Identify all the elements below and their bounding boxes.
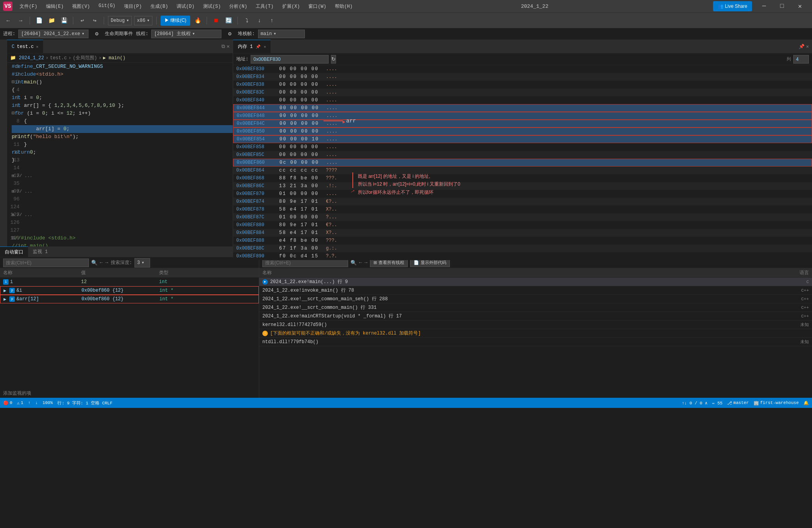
undo-button[interactable]: ↩: [77, 16, 87, 26]
split-editor-icon[interactable]: ⧉: [221, 44, 225, 50]
watch-nav-prev[interactable]: ←: [100, 260, 103, 266]
annotation-text: 既是 arr[12] 的地址，又是 i 的地址, 所以当 i=12 时，arr[…: [358, 172, 460, 196]
cs-row-7[interactable]: ntdll.dll!779fb74b() 未知: [259, 338, 812, 346]
watch-search-icon[interactable]: 🔍: [91, 260, 97, 266]
cs-row-5[interactable]: kernel32.dll!77427d59() 未知: [259, 321, 812, 329]
debug-config-dropdown[interactable]: Debug ▾: [108, 16, 132, 25]
refresh-button[interactable]: ↻: [331, 55, 336, 64]
cs-row-4[interactable]: 2024_1_22.exe!mainCRTStartup(void * _for…: [259, 312, 812, 321]
cs-row-6[interactable]: ! [下面的框架可能不正确和/或缺失，没有为 kernel32.dll 加载符号…: [259, 329, 812, 338]
hot-reload-button[interactable]: 🔥: [193, 16, 203, 26]
memory-tab-1[interactable]: 内存 1 📌 ✕: [233, 40, 271, 53]
main-toolbar: ← → 📄 📁 💾 ↩ ↪ Debug ▾ x86 ▾ ▶ 继续(C) 🔥 ⏹ …: [0, 12, 812, 28]
menu-project[interactable]: 项目(P): [120, 2, 146, 11]
menu-analyze[interactable]: 分析(N): [225, 2, 251, 11]
watch-toolbar: 🔍 ← → 搜索深度: 3 ▾: [0, 257, 259, 268]
process-dropdown[interactable]: [26404] 2024_1_22.exe ▾: [18, 30, 88, 38]
watch-val-i: 12: [81, 279, 159, 285]
editor-content[interactable]: 12345 678910 1112131415 359596 124125126…: [7, 63, 233, 246]
col-input[interactable]: [793, 55, 809, 64]
memory-row-arr-3: 0x00BEF84C 00 00 00 00 ....: [233, 120, 812, 128]
thread-dropdown[interactable]: [28064] 主线程 ▾: [151, 30, 221, 38]
watch1-tab[interactable]: 监视 1: [28, 246, 52, 257]
menu-file[interactable]: 文件(F): [16, 2, 41, 11]
close-tab-icon[interactable]: ✕: [36, 44, 38, 49]
watch-row-amp-i[interactable]: ▶ p &i 0x00bef860 {12} int *: [0, 286, 259, 295]
cs-lang-2: C++: [778, 297, 809, 301]
watch-search-input[interactable]: [3, 259, 89, 267]
watch-nav-next[interactable]: →: [105, 260, 108, 266]
status-up-arrow[interactable]: ↑: [28, 400, 31, 405]
memory-close-icon[interactable]: ✕: [806, 44, 809, 50]
callstack-nav-prev[interactable]: ←: [359, 260, 362, 266]
menu-view[interactable]: 视图(V): [68, 2, 94, 11]
lifecycle-button[interactable]: ⚙: [92, 29, 102, 39]
continue-button[interactable]: ▶ 继续(C): [161, 16, 190, 26]
watch-row-amp-arr12[interactable]: ▶ p &arr[12] 0x00bef860 {12} int *: [0, 295, 259, 303]
watch-tab-bar: 自动窗口 监视 1: [0, 246, 259, 257]
editor-tab-test-c[interactable]: C test.c ✕: [7, 40, 43, 53]
window-controls[interactable]: ─ □ ✕: [755, 0, 809, 12]
menu-bar[interactable]: 文件(F) 编辑(E) 视图(V) Git(G) 项目(P) 生成(B) 调试(…: [16, 2, 357, 11]
cs-name-0: 2024_1_22.exe!main(...) 行 9: [270, 278, 778, 285]
menu-edit[interactable]: 编辑(E): [42, 2, 68, 11]
status-down-arrow[interactable]: ↓: [35, 400, 38, 405]
save-button[interactable]: 💾: [59, 16, 69, 26]
status-notification[interactable]: 🔔: [803, 400, 809, 406]
cs-row-3[interactable]: 2024_1_22.exe!__scrt_common_main() 行 331…: [259, 303, 812, 312]
cs-row-0[interactable]: ► 2024_1_22.exe!main(...) 行 9 C: [259, 278, 812, 286]
status-errors[interactable]: 🔴 0: [3, 400, 12, 406]
stack-dropdown[interactable]: main ▾: [258, 30, 305, 38]
close-editor-icon[interactable]: ✕: [226, 43, 230, 50]
callstack-table: ► 2024_1_22.exe!main(...) 行 9 C 2024_1_2…: [259, 278, 812, 398]
code-line-12: return 0;: [12, 149, 233, 156]
memory-pin-icon[interactable]: 📌: [799, 44, 805, 50]
menu-git[interactable]: Git(G): [95, 2, 119, 11]
watch-depth-dropdown[interactable]: 3 ▾: [134, 258, 150, 268]
new-file-button[interactable]: 📄: [34, 16, 44, 26]
memory-tab-pin-icon[interactable]: 📌: [256, 44, 260, 49]
callstack-search-icon[interactable]: 🔍: [350, 260, 357, 266]
back-button[interactable]: ←: [3, 16, 13, 26]
step-into-button[interactable]: ↓: [254, 16, 264, 26]
minimize-button[interactable]: ─: [755, 0, 773, 12]
menu-extensions[interactable]: 扩展(X): [278, 2, 304, 11]
watch-row-i[interactable]: i i 12 int: [0, 278, 259, 286]
add-watch-item[interactable]: 添加监视的项: [0, 388, 259, 398]
menu-debug[interactable]: 调试(D): [173, 2, 198, 11]
menu-build[interactable]: 生成(B): [147, 2, 172, 11]
address-input[interactable]: [251, 55, 329, 64]
watch-val-amp-arr12: 0x00bef860 {12}: [81, 296, 159, 302]
status-repo[interactable]: 🏢 first-warehouse: [754, 400, 799, 406]
status-warnings[interactable]: ⚠ 1: [17, 400, 23, 406]
close-button[interactable]: ✕: [791, 0, 809, 12]
autowindow-tab[interactable]: 自动窗口: [0, 246, 28, 257]
memory-pane: 内存 1 📌 ✕ 📌 ✕ 地址: ↻ 列: [233, 40, 812, 260]
status-branch[interactable]: ⎇ master: [727, 400, 749, 406]
menu-tools[interactable]: 工具(T): [252, 2, 278, 11]
cs-row-1[interactable]: 2024_1_22.exe!invoke_main() 行 78 C++: [259, 286, 812, 295]
status-zoom[interactable]: 100%: [42, 400, 53, 405]
redo-button[interactable]: ↪: [90, 16, 100, 26]
arr-label: arr: [346, 118, 356, 124]
memory-row-8: 0x00BEF85C 00 00 00 00 ....: [233, 151, 812, 159]
watch-icon-amp-i: p: [9, 288, 15, 293]
restart-button[interactable]: 🔄: [223, 16, 234, 26]
maximize-button[interactable]: □: [773, 0, 791, 12]
status-bar: 🔴 0 ⚠ 1 ↑ ↓ 100% 行: 9 字符: 1 空格 CRLF ↑↓ 0…: [0, 398, 812, 408]
arch-dropdown[interactable]: x86 ▾: [134, 16, 152, 25]
menu-test[interactable]: 测试(S): [199, 2, 225, 11]
open-button[interactable]: 📁: [46, 16, 57, 26]
memory-tab-close-icon[interactable]: ✕: [264, 44, 266, 49]
step-over-button[interactable]: ⤵: [242, 16, 252, 26]
cs-row-2[interactable]: 2024_1_22.exe!__scrt_common_main_seh() 行…: [259, 295, 812, 303]
menu-window[interactable]: 窗口(W): [304, 2, 330, 11]
stop-button[interactable]: ⏹: [211, 16, 221, 26]
step-out-button[interactable]: ↑: [267, 16, 277, 26]
callstack-nav-next[interactable]: →: [364, 260, 368, 266]
thread-options-button[interactable]: ⚙: [225, 29, 235, 39]
live-share-button[interactable]: 👥 Live Share: [713, 1, 752, 11]
menu-help[interactable]: 帮助(H): [331, 2, 357, 11]
watch-type-amp-i: int *: [159, 288, 173, 293]
forward-button[interactable]: →: [16, 16, 26, 26]
